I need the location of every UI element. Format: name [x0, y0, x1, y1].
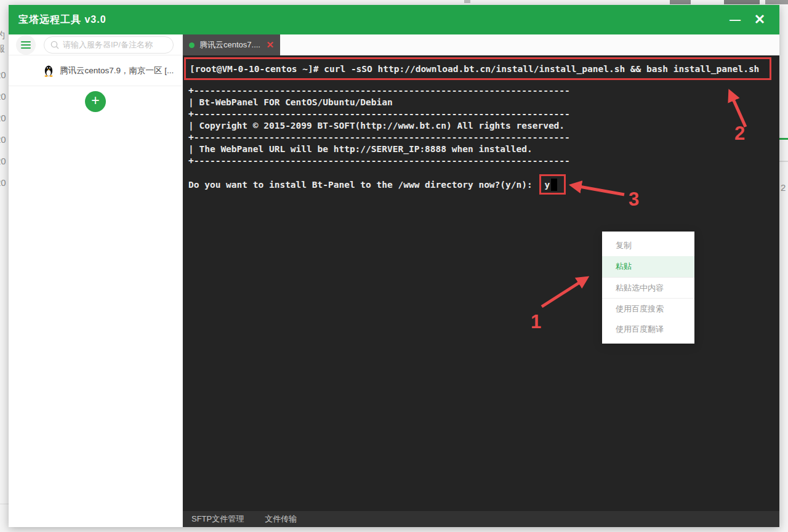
terminal-prompt-line: Do you want to install Bt-Panel to the /…: [188, 174, 566, 195]
terminal-output-line: +---------------------------------------…: [188, 108, 570, 120]
title-bar[interactable]: 宝塔远程工具 v3.0 — ✕: [9, 5, 779, 34]
terminal-command: [root@VM-0-10-centos ~]# curl -sSO http:…: [190, 64, 759, 74]
connection-status-dot-icon: [189, 42, 195, 48]
tab-label: 腾讯云centos7....: [199, 39, 261, 50]
server-sidebar: 腾讯云centos7.9，南京一区 [... +: [9, 34, 183, 527]
add-server-button[interactable]: +: [85, 91, 106, 112]
background-text-fragment: 约: [0, 30, 5, 41]
menu-item-baidu-search[interactable]: 使用百度搜索: [602, 298, 694, 319]
sftp-manager-button[interactable]: SFTP文件管理: [191, 514, 244, 525]
terminal-output-line: | Copyright © 2015-2099 BT-SOFT(http://w…: [188, 120, 570, 132]
tab-bar: 腾讯云centos7.... ✕: [183, 34, 779, 55]
terminal-prompt: Do you want to install Bt-Panel to the /…: [188, 180, 537, 190]
sidebar-toolbar: [9, 34, 182, 55]
terminal-cursor: [551, 179, 557, 191]
add-server-row: +: [9, 89, 182, 115]
background-window-fragment: [724, 0, 760, 4]
background-text-fragment: 2: [781, 182, 786, 193]
terminal-output: +---------------------------------------…: [188, 85, 570, 167]
background-window-fragment: [464, 0, 470, 3]
background-text-fragment: 20: [0, 70, 6, 80]
server-search-box[interactable]: [44, 36, 174, 54]
terminal-output-line: +---------------------------------------…: [188, 155, 570, 167]
minimize-button[interactable]: —: [723, 14, 747, 26]
terminal-output-line: +---------------------------------------…: [188, 85, 570, 97]
background-divider: [0, 504, 9, 504]
command-annotation-box: [root@VM-0-10-centos ~]# curl -sSO http:…: [184, 57, 771, 80]
menu-item-baidu-translate[interactable]: 使用百度翻译: [602, 319, 694, 340]
desktop: 约 服 20 20 20 20 20 20 2 宝塔远程工具 v3.0 — ✕: [0, 0, 788, 532]
terminal-output-line: | Bt-WebPanel FOR CentOS/Ubuntu/Debian: [188, 97, 570, 108]
terminal-output-line: | The WebPanel URL will be http://SERVER…: [188, 143, 570, 155]
background-window-fragment: [765, 0, 788, 4]
linux-penguin-icon: [43, 64, 54, 77]
search-icon: [50, 41, 59, 49]
server-list-menu-icon[interactable]: [16, 35, 36, 55]
terminal-output-line: +---------------------------------------…: [188, 132, 570, 143]
search-input[interactable]: [63, 40, 167, 49]
background-divider: [779, 161, 788, 162]
menu-item-paste[interactable]: 粘贴: [602, 256, 694, 277]
terminal-input-value: y: [544, 180, 550, 190]
file-transfer-button[interactable]: 文件传输: [265, 514, 297, 525]
bottom-toolbar: SFTP文件管理 文件传输: [183, 511, 779, 527]
background-text-fragment: 服: [0, 43, 5, 55]
server-list-item[interactable]: 腾讯云centos7.9，南京一区 [...: [9, 55, 182, 86]
background-text-fragment: 20: [0, 156, 6, 166]
background-text-fragment: 20: [0, 177, 6, 188]
background-text-fragment: 20: [0, 91, 6, 102]
input-annotation-box: y: [539, 174, 566, 195]
context-menu: 复制 粘贴 粘贴选中内容 使用百度搜索 使用百度翻译: [602, 232, 694, 344]
tab-server-session[interactable]: 腾讯云centos7.... ✕: [183, 34, 280, 55]
background-text-fragment: 20: [0, 113, 6, 123]
background-text-fragment: 20: [0, 134, 6, 145]
background-window-fragment: [670, 0, 691, 4]
background-accent-line: [779, 138, 788, 140]
tab-close-icon[interactable]: ✕: [266, 39, 274, 50]
server-name: 腾讯云centos7.9，南京一区 [...: [60, 65, 174, 76]
menu-item-paste-selection[interactable]: 粘贴选中内容: [602, 277, 694, 298]
close-button[interactable]: ✕: [747, 12, 772, 28]
app-title: 宝塔远程工具 v3.0: [18, 14, 107, 26]
menu-item-copy[interactable]: 复制: [602, 235, 694, 256]
